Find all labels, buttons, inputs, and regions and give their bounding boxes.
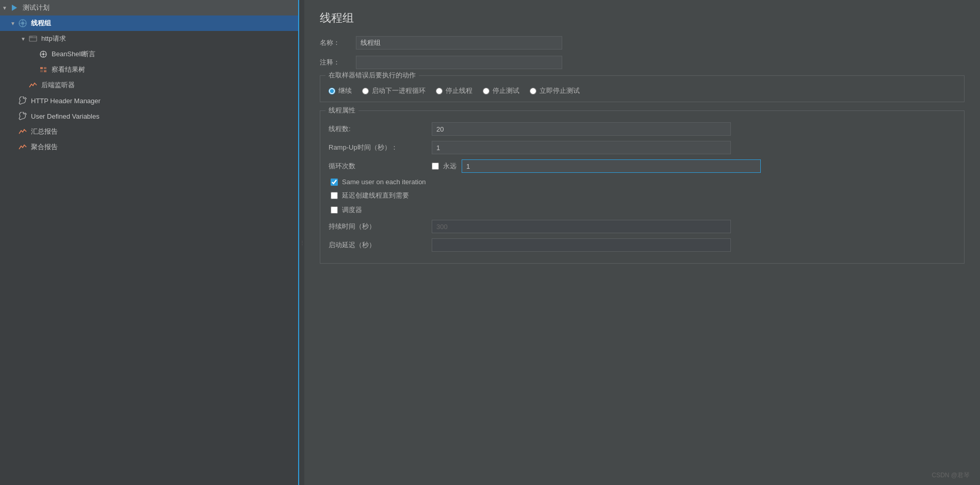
sidebar-item-label: 察看结果树: [52, 65, 85, 74]
result-tree-icon: [38, 64, 48, 75]
radio-continue[interactable]: 继续: [329, 86, 352, 95]
loop-count-input[interactable]: [462, 159, 761, 173]
thread-props-section: 线程属性 线程数: Ramp-Up时间（秒）： 循环次数: [320, 110, 965, 264]
arrow-icon: ▼: [10, 21, 18, 26]
num-threads-row: 线程数:: [329, 122, 956, 136]
sidebar-item-user-vars[interactable]: User Defined Variables: [0, 108, 298, 124]
thread-props-title: 线程属性: [325, 106, 358, 115]
sidebar: ▼ 测试计划 ▼ 线程组 ▼: [0, 0, 299, 485]
prop-grid: 线程数: Ramp-Up时间（秒）： 循环次数 永远: [329, 117, 956, 252]
arrow-icon: ▼: [21, 36, 28, 42]
ramp-up-row: Ramp-Up时间（秒）：: [329, 141, 956, 154]
svg-point-2: [21, 22, 24, 25]
aggregate-icon: [18, 142, 28, 152]
sidebar-item-label: 后端监听器: [41, 80, 75, 90]
sidebar-item-test-plan[interactable]: ▼ 测试计划: [0, 0, 298, 15]
forever-checkbox[interactable]: [432, 163, 439, 170]
splitter-handle[interactable]: ⋮: [299, 0, 304, 485]
wrench-icon: [18, 95, 28, 106]
delay-thread-label: 延迟创建线程直到需要: [342, 191, 409, 200]
sidebar-item-label: 聚合报告: [31, 142, 58, 152]
radio-stop-now-input[interactable]: [530, 88, 536, 94]
name-row: 名称：: [320, 36, 965, 50]
loop-count-label: 循环次数: [329, 161, 432, 171]
radio-next-loop[interactable]: 启动下一进程循环: [362, 86, 426, 95]
sidebar-item-label: 线程组: [31, 19, 51, 28]
sampler-error-section: 在取样器错误后要执行的动作 继续 启动下一进程循环 停止线程 停止测试: [320, 75, 965, 102]
watermark: CSDN @君琴: [932, 471, 970, 480]
startup-delay-label: 启动延迟（秒）: [329, 240, 432, 250]
sidebar-item-label: http请求: [41, 34, 66, 43]
summary-icon: [18, 126, 28, 137]
scheduler-checkbox[interactable]: [331, 206, 338, 214]
delay-thread-checkbox[interactable]: [331, 192, 338, 199]
radio-group: 继续 启动下一进程循环 停止线程 停止测试 立即停止测试: [329, 82, 956, 95]
ramp-up-label: Ramp-Up时间（秒）：: [329, 143, 432, 152]
duration-input[interactable]: [432, 220, 731, 233]
sidebar-item-label: 汇总报告: [31, 127, 58, 136]
radio-stop-now[interactable]: 立即停止测试: [530, 86, 580, 95]
radio-continue-label: 继续: [338, 86, 352, 95]
wrench2-icon: [18, 111, 28, 121]
sampler-error-title: 在取样器错误后要执行的动作: [325, 71, 419, 80]
radio-stop-thread-label: 停止线程: [446, 86, 472, 95]
radio-stop-test-label: 停止测试: [493, 86, 519, 95]
duration-label: 持续时间（秒）: [329, 222, 432, 231]
sidebar-item-label: HTTP Header Manager: [31, 97, 101, 105]
same-user-row: Same user on each iteration: [329, 178, 956, 186]
svg-rect-17: [40, 67, 43, 69]
test-plan-icon: [9, 3, 20, 13]
duration-row: 持续时间（秒）: [329, 220, 956, 233]
sidebar-item-aggregate[interactable]: 聚合报告: [0, 139, 298, 155]
beanshell-icon: [38, 49, 48, 59]
forever-label: 永远: [443, 161, 456, 171]
sidebar-item-label: 测试计划: [23, 3, 50, 12]
num-threads-input[interactable]: [432, 122, 731, 136]
startup-delay-row: 启动延迟（秒）: [329, 238, 956, 252]
same-user-checkbox[interactable]: [331, 179, 338, 186]
delay-thread-row: 延迟创建线程直到需要: [329, 191, 956, 200]
comment-label: 注释：: [320, 58, 351, 67]
svg-rect-19: [40, 70, 43, 72]
sidebar-item-result-tree[interactable]: 察看结果树: [0, 62, 298, 77]
sidebar-item-http-header[interactable]: HTTP Header Manager: [0, 93, 298, 108]
comment-input[interactable]: [356, 56, 562, 69]
num-threads-label: 线程数:: [329, 124, 432, 134]
backend-icon: [28, 80, 38, 90]
scheduler-label: 调度器: [342, 205, 362, 215]
radio-stop-now-label: 立即停止测试: [540, 86, 580, 95]
arrow-icon: ▼: [2, 5, 9, 11]
svg-rect-20: [44, 70, 46, 72]
svg-point-10: [31, 37, 32, 38]
svg-rect-18: [44, 67, 46, 69]
radio-next-loop-input[interactable]: [362, 88, 369, 94]
same-user-label: Same user on each iteration: [342, 178, 426, 186]
radio-stop-thread-input[interactable]: [436, 88, 443, 94]
scheduler-row: 调度器: [329, 205, 956, 215]
name-label: 名称：: [320, 38, 351, 47]
svg-marker-0: [12, 5, 17, 11]
sidebar-item-beanshell[interactable]: BeanShell断言: [0, 46, 298, 62]
comment-row: 注释：: [320, 56, 965, 69]
sidebar-item-http-request[interactable]: ▼ http请求: [0, 31, 298, 46]
sidebar-item-label: BeanShell断言: [52, 50, 95, 59]
sidebar-item-summary[interactable]: 汇总报告: [0, 124, 298, 139]
ramp-up-input[interactable]: [432, 141, 731, 154]
radio-stop-test[interactable]: 停止测试: [483, 86, 519, 95]
loop-count-row: 循环次数 永远: [329, 159, 956, 173]
radio-stop-thread[interactable]: 停止线程: [436, 86, 472, 95]
radio-next-loop-label: 启动下一进程循环: [372, 86, 426, 95]
thread-group-icon: [18, 18, 28, 28]
forever-row: 永远: [432, 161, 456, 171]
name-input[interactable]: [356, 36, 562, 50]
main-panel: 线程组 名称： 注释： 在取样器错误后要执行的动作 继续 启动下一进程循环: [304, 0, 980, 485]
sidebar-item-label: User Defined Variables: [31, 112, 100, 120]
svg-point-9: [30, 37, 31, 38]
sidebar-item-backend[interactable]: 后端监听器: [0, 77, 298, 93]
http-icon: [28, 34, 38, 44]
radio-stop-test-input[interactable]: [483, 88, 489, 94]
sidebar-item-thread-group[interactable]: ▼ 线程组: [0, 15, 298, 31]
startup-delay-input[interactable]: [432, 238, 731, 252]
radio-continue-input[interactable]: [329, 88, 335, 94]
page-title: 线程组: [320, 10, 965, 26]
